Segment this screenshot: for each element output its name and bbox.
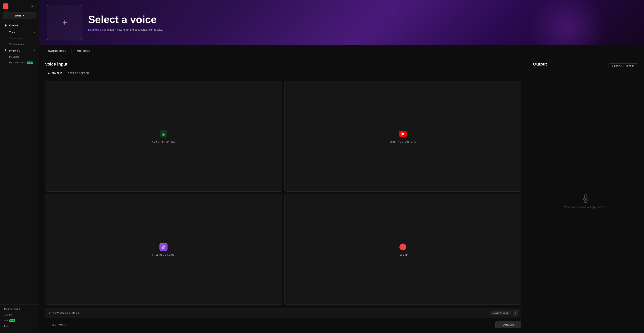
tab-text-to-speech[interactable]: TEXT TO SPEECH bbox=[65, 70, 92, 77]
upload-icon bbox=[159, 130, 168, 138]
output-header: Output VIEW FULL HISTORY bbox=[533, 62, 638, 70]
voice-input-panel: Voice input AUDIO FILE TEXT TO SPEECH bbox=[45, 62, 527, 328]
record-label: RECORD bbox=[398, 254, 408, 256]
output-panel: Output VIEW FULL HISTORY Your conversion… bbox=[527, 62, 638, 328]
new-badge-api: NEW bbox=[10, 320, 15, 322]
sidebar-my-library-label: My library bbox=[9, 49, 32, 52]
advanced-settings-right: SAVE PRESET + bbox=[490, 310, 518, 316]
tiktok-icon bbox=[159, 243, 168, 251]
logo: K bbox=[3, 4, 8, 9]
gear-icon: ⚙ bbox=[48, 311, 51, 314]
output-empty-state: Your conversions will appear here bbox=[533, 74, 638, 328]
affiliate-label: Affiliate bbox=[4, 314, 12, 316]
sidebar-item-train[interactable]: + Train ▾ bbox=[1, 29, 38, 36]
learn-label: Learn bbox=[4, 325, 10, 328]
beta-badge: BETA bbox=[31, 5, 36, 7]
voice-placeholder-box[interactable]: + bbox=[47, 5, 82, 40]
action-buttons: RESET AUDIO CONVERT bbox=[45, 321, 521, 328]
logo-icon: K bbox=[3, 4, 8, 9]
output-title: Output bbox=[533, 62, 547, 67]
sidebar-item-learn[interactable]: Learn bbox=[1, 324, 38, 329]
sidebar-bottom: Plans & Pricing Affiliate API NEW Learn bbox=[0, 304, 39, 331]
voice-input-tabs: AUDIO FILE TEXT TO SPEECH bbox=[45, 70, 521, 77]
switch-voice-button[interactable]: SWITCH VOICE bbox=[45, 48, 70, 54]
svg-point-2 bbox=[5, 50, 6, 50]
guide-link[interactable]: Read our guide bbox=[88, 28, 106, 31]
free-demo-audio-label: FREE DEMO AUDIO bbox=[152, 254, 175, 256]
record-icon bbox=[399, 243, 407, 251]
input-cards-grid: ADD OR DROP FILE ENTER YOUTUBE LINK bbox=[45, 81, 521, 305]
main-content: + Select a voice Read our guide to learn… bbox=[39, 0, 644, 333]
sidebar-item-my-voices[interactable]: My voices bbox=[1, 54, 38, 60]
my-voices-label: My voices bbox=[9, 56, 19, 58]
hero-text: Select a voice Read our guide to learn h… bbox=[88, 14, 163, 31]
sidebar-item-plans-pricing[interactable]: Plans & Pricing bbox=[1, 306, 38, 312]
sidebar: K BETA SIGN IN Convert + Train ▾ Train a… bbox=[0, 0, 39, 333]
add-drop-file-card[interactable]: ADD OR DROP FILE bbox=[45, 81, 282, 192]
hero-subtitle-text: to learn how to get the best conversion … bbox=[106, 28, 163, 31]
advanced-settings-label: ADVANCED SETTINGS bbox=[53, 312, 79, 314]
plus-icon: + bbox=[4, 31, 7, 34]
output-empty-message: Your conversions will appear here bbox=[564, 206, 607, 209]
train-a-voice-label: Train a voice bbox=[9, 37, 22, 40]
free-demo-audio-card[interactable]: FREE DEMO AUDIO bbox=[45, 194, 282, 305]
advanced-settings-left: ⚙ ADVANCED SETTINGS bbox=[48, 311, 79, 314]
sidebar-item-affiliate[interactable]: Affiliate bbox=[1, 312, 38, 318]
sidebar-item-vocal-remover[interactable]: Vocal remover bbox=[1, 42, 38, 47]
add-voice-plus-icon: + bbox=[62, 18, 67, 27]
chevron-down-icon: ▾ bbox=[34, 31, 35, 33]
sidebar-item-my-conversions[interactable]: My conversions NEW bbox=[1, 60, 38, 66]
youtube-link-card[interactable]: ENTER YOUTUBE LINK bbox=[284, 81, 522, 192]
sidebar-item-train-a-voice[interactable]: Train a voice bbox=[1, 36, 38, 42]
sign-in-button[interactable]: SIGN IN bbox=[3, 12, 36, 19]
hero-title: Select a voice bbox=[88, 14, 163, 25]
mic-empty-icon bbox=[582, 194, 590, 203]
mic-icon bbox=[4, 24, 7, 27]
api-label: API bbox=[4, 319, 8, 322]
youtube-link-label: ENTER YOUTUBE LINK bbox=[390, 141, 416, 143]
chevron-down-icon-library: ▾ bbox=[34, 50, 35, 52]
actions-bar: SWITCH VOICE + ADD VOICE bbox=[39, 45, 644, 57]
sidebar-item-api[interactable]: API NEW bbox=[1, 318, 38, 324]
add-drop-file-label: ADD OR DROP FILE bbox=[152, 141, 175, 143]
tab-audio-file[interactable]: AUDIO FILE bbox=[45, 70, 65, 77]
view-full-history-button[interactable]: VIEW FULL HISTORY bbox=[608, 64, 638, 69]
add-preset-button[interactable]: + bbox=[513, 310, 518, 316]
sidebar-item-convert[interactable]: Convert bbox=[1, 22, 38, 29]
sidebar-header: K BETA bbox=[0, 2, 39, 12]
add-voice-button[interactable]: + ADD VOICE bbox=[71, 48, 93, 54]
advanced-settings-bar[interactable]: ⚙ ADVANCED SETTINGS SAVE PRESET + bbox=[45, 308, 521, 318]
reset-audio-button[interactable]: RESET AUDIO bbox=[45, 321, 71, 328]
person-icon bbox=[4, 49, 7, 52]
plans-pricing-label: Plans & Pricing bbox=[4, 308, 20, 310]
convert-button[interactable]: CONVERT bbox=[496, 321, 521, 328]
record-card[interactable]: RECORD bbox=[284, 194, 522, 305]
youtube-icon bbox=[399, 130, 407, 138]
hero-subtitle: Read our guide to learn how to get the b… bbox=[88, 28, 163, 31]
save-preset-button[interactable]: SAVE PRESET bbox=[490, 310, 511, 315]
sidebar-item-my-library[interactable]: My library ▾ bbox=[1, 47, 38, 54]
new-badge-conversions: NEW bbox=[27, 62, 32, 64]
voice-input-title: Voice input bbox=[45, 62, 521, 67]
hero-banner: + Select a voice Read our guide to learn… bbox=[39, 0, 644, 45]
my-conversions-label: My conversions bbox=[9, 61, 25, 64]
content-area: Voice input AUDIO FILE TEXT TO SPEECH bbox=[39, 57, 644, 333]
vocal-remover-label: Vocal remover bbox=[9, 43, 24, 46]
sidebar-convert-label: Convert bbox=[9, 24, 35, 27]
sidebar-train-label: Train bbox=[9, 31, 32, 34]
